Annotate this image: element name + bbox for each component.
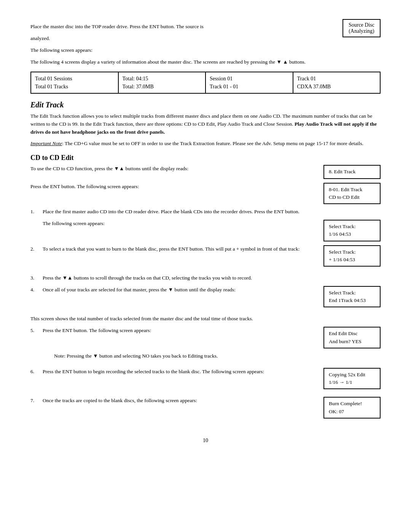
edit-track-body: The Edit Track function allows you to se… [30, 112, 381, 136]
end-edit-disc-line1: End Edit Disc [329, 330, 375, 337]
cd-edit-intro-row: To use the CD to CD function, press the … [30, 165, 381, 179]
step-4-text: Once all of your tracks are selected for… [43, 286, 317, 294]
steps-list-2: 5. Press the ENT button. The following s… [30, 327, 381, 422]
select-track-1-line2: 1/16 04:53 [329, 230, 375, 238]
burn-complete-line1: Burn Complete! [329, 400, 375, 407]
step-5-row: Press the ENT button. The following scre… [43, 327, 381, 348]
intro-section: Source Disc (Analyzing) Place the master… [30, 23, 381, 58]
screen-8-01-line2: CD to CD Edit [329, 193, 375, 201]
info-screen-2-line2: Total: 37.0MB [123, 83, 202, 91]
step-2-row: To select a track that you want to burn … [43, 245, 381, 267]
info-screen-2: Total: 04:15 Total: 37.0MB [119, 72, 206, 94]
step-2: 2. To select a track that you want to bu… [30, 245, 381, 271]
step-7-num: 7. [30, 397, 39, 405]
step-2-content: To select a track that you want to burn … [43, 245, 381, 271]
step-6-row: Press the ENT button to begin recording … [43, 368, 381, 390]
step-4-num: 4. [30, 286, 39, 294]
screen-8-01-line1: 8-01. Edit Track [329, 186, 375, 193]
copying-screen: Copying 52x Edit 1/16 → 1/1 [323, 368, 381, 390]
info-screen-1-line1: Total 01 Sessions [35, 75, 114, 83]
copying-line1: Copying 52x Edit [329, 371, 375, 379]
step-7-content: Once the tracks are copied to the blank … [43, 397, 381, 422]
info-screen-4: Track 01 CDXA 37.0MB [293, 72, 381, 94]
burn-complete-line2: OK: 07 [329, 408, 375, 415]
select-track-after-line2: + 1/16 04:53 [329, 256, 375, 264]
cd-edit-intro-text: To use the CD to CD function, press the … [30, 165, 317, 173]
info-screen-2-line1: Total: 04:15 [123, 75, 202, 83]
important-note-text: : The CD+G value must be set to OFF in o… [62, 141, 363, 146]
following-screen-step: The following screen appears: Select Tra… [30, 220, 381, 243]
step-2-num: 2. [30, 245, 39, 253]
info-screen-4-line1: Track 01 [297, 75, 376, 83]
step-3-num: 3. [30, 274, 39, 282]
step-5-text: Press the ENT button. The following scre… [43, 327, 317, 335]
select-track-end-line2: End 1Track 04:53 [329, 297, 375, 304]
intro-line3: The following screen appears: [30, 46, 381, 54]
info-screen-4-line2: CDXA 37.0MB [297, 83, 376, 91]
steps-list: 1. Place the first master audio CD into … [30, 208, 381, 311]
cd-to-cd-edit-heading: CD to CD Edit [30, 154, 381, 162]
info-screen-3: Session 01 Track 01 - 01 [206, 72, 293, 94]
step-4-content: Once all of your tracks are selected for… [43, 286, 381, 312]
step-5-content: Press the ENT button. The following scre… [43, 327, 381, 364]
step-1-num: 1. [30, 208, 39, 216]
source-disc-line2: (Analyzing) [349, 28, 374, 34]
step-6-content: Press the ENT button to begin recording … [43, 368, 381, 393]
info-screen-3-line1: Session 01 [210, 75, 289, 83]
info-screen-1: Total 01 Sessions Total 01 Tracks [31, 72, 119, 94]
step-5: 5. Press the ENT button. The following s… [30, 327, 381, 364]
step-3: 3. Press the ▼▲ buttons to scroll throug… [30, 274, 381, 282]
screens-intro-text: The following 4 screens display a variet… [30, 58, 381, 66]
source-disc-box: Source Disc (Analyzing) [342, 19, 381, 37]
step-5-note: Note: Pressing the ▼ button and selectin… [54, 352, 381, 360]
end-edit-disc-screen: End Edit Disc And burn? YES [323, 327, 381, 348]
step-1-text: Place the first master audio CD into the… [43, 209, 299, 214]
info-screen-1-line2: Total 01 Tracks [35, 83, 114, 91]
step-3-content: Press the ▼▲ buttons to scroll through t… [43, 274, 381, 282]
following-screen-label: The following screen appears: [43, 220, 317, 228]
total-tracks-text: This screen shows the total number of tr… [30, 315, 381, 323]
screen-8-line1: 8. Edit Track [329, 168, 375, 176]
cd-edit-ent-text: Press the ENT button. The following scre… [30, 183, 317, 191]
intro-line2: analyzed. [30, 35, 381, 43]
step-5-num: 5. [30, 327, 39, 335]
intro-line1: Place the master disc into the TOP reade… [30, 23, 381, 31]
step-7: 7. Once the tracks are copied to the bla… [30, 397, 381, 422]
edit-track-heading: Edit Track [30, 101, 381, 109]
following-screen-row: The following screen appears: Select Tra… [43, 220, 381, 241]
info-screens-row: Total 01 Sessions Total 01 Tracks Total:… [30, 72, 381, 94]
step-1-content: Place the first master audio CD into the… [43, 208, 381, 216]
page-number: 10 [30, 438, 381, 444]
step-6-num: 6. [30, 368, 39, 376]
select-track-screen-after: Select Track: + 1/16 04:53 [323, 245, 381, 267]
info-screen-3-line2: Track 01 - 01 [210, 83, 289, 91]
step-7-row: Once the tracks are copied to the blank … [43, 397, 381, 419]
step-1: 1. Place the first master audio CD into … [30, 208, 381, 216]
select-track-end-line1: Select Track: [329, 289, 375, 297]
screen-8-edit-track: 8. Edit Track [323, 165, 381, 179]
step-6-text: Press the ENT button to begin recording … [43, 368, 317, 376]
step-4: 4. Once all of your tracks are selected … [30, 286, 381, 312]
screen-8-01-edit-track: 8-01. Edit Track CD to CD Edit [323, 183, 381, 204]
step-6: 6. Press the ENT button to begin recordi… [30, 368, 381, 393]
step-2-text: To select a track that you want to burn … [43, 245, 317, 253]
step-7-text: Once the tracks are copied to the blank … [43, 397, 317, 405]
step-4-row: Once all of your tracks are selected for… [43, 286, 381, 308]
cd-edit-ent-row: Press the ENT button. The following scre… [30, 183, 381, 204]
end-edit-disc-line2: And burn? YES [329, 338, 375, 345]
source-disc-line1: Source Disc [349, 22, 374, 28]
select-track-end-screen: Select Track: End 1Track 04:53 [323, 286, 381, 308]
edit-track-body2: Important Note: The CD+G value must be s… [30, 140, 381, 148]
burn-complete-screen: Burn Complete! OK: 07 [323, 397, 381, 419]
select-track-screen-1: Select Track: 1/16 04:53 [323, 220, 381, 241]
step-3-text: Press the ▼▲ buttons to scroll through t… [43, 275, 252, 281]
select-track-after-line1: Select Track: [329, 248, 375, 256]
important-note-label: Important Note [30, 141, 62, 146]
copying-line2: 1/16 → 1/1 [329, 379, 375, 386]
select-track-1-line1: Select Track: [329, 223, 375, 230]
